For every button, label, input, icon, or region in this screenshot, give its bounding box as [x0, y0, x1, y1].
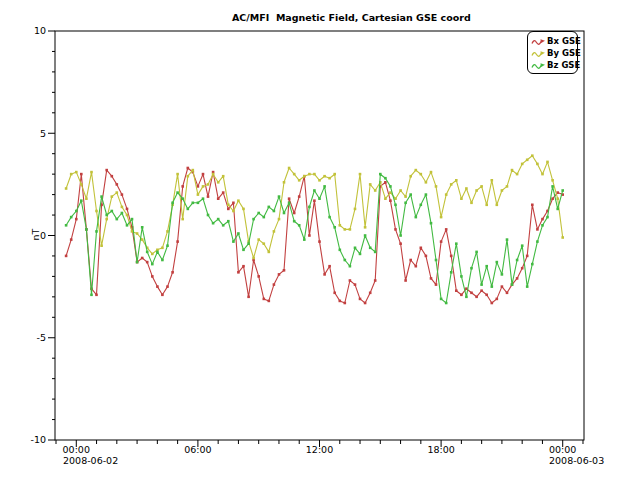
- y-tick-label: -10: [30, 434, 46, 445]
- x-tick-label: 18:00: [427, 444, 454, 455]
- x-axis-start-date: 2008-06-02: [63, 455, 118, 466]
- x-tick-label: 00:00: [63, 444, 90, 455]
- series-bx-gse: [65, 167, 564, 305]
- legend-line-marker-icon: [531, 60, 546, 71]
- x-tick-label: 00:00: [549, 444, 576, 455]
- legend: Bx GSEBy GSEBz GSE: [527, 31, 578, 74]
- y-axis-label: nT: [30, 229, 41, 241]
- x-tick-label: 06:00: [184, 444, 211, 455]
- y-tick-label: -5: [37, 332, 46, 343]
- legend-entry-by-gse: By GSE: [531, 47, 577, 59]
- legend-label: Bx GSE: [547, 36, 581, 46]
- legend-line-marker-icon: [531, 36, 546, 47]
- legend-entry-bx-gse: Bx GSE: [531, 35, 577, 47]
- x-axis-ticks: 00:0006:0012:0018:0000:00: [56, 440, 583, 455]
- legend-label: Bz GSE: [547, 60, 580, 70]
- magnetic-field-plot-page: AC/MFI Magnetic Field, Cartesian GSE coo…: [0, 0, 640, 480]
- y-tick-label: 10: [34, 25, 46, 36]
- legend-label: By GSE: [547, 48, 581, 58]
- y-tick-label: 5: [40, 128, 46, 139]
- legend-entry-bz-gse: Bz GSE: [531, 59, 577, 71]
- legend-line-marker-icon: [531, 48, 546, 59]
- x-tick-label: 12:00: [306, 444, 333, 455]
- x-axis-end-date: 2008-06-03: [549, 455, 604, 466]
